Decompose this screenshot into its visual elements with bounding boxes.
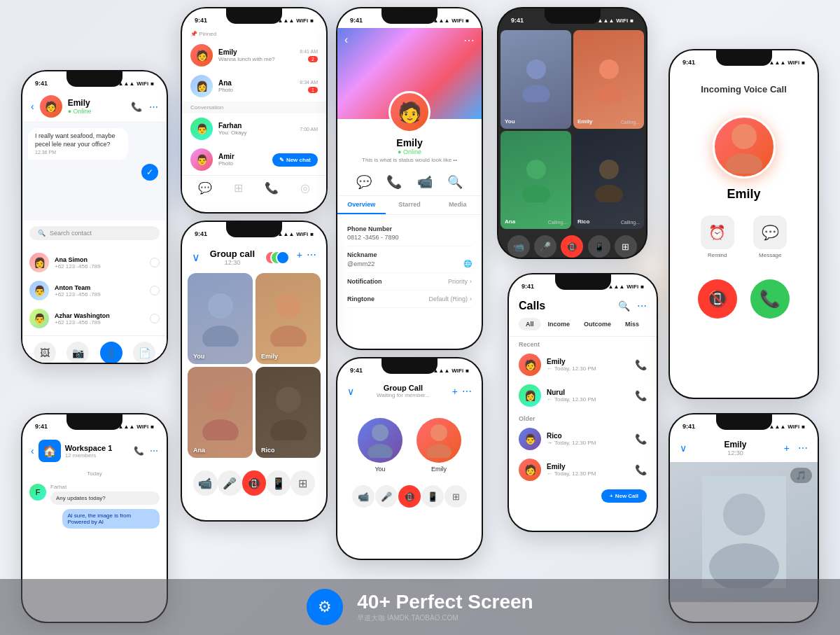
groups-nav[interactable]: ⊞ xyxy=(234,181,243,195)
collapse-button[interactable]: ∨ xyxy=(347,386,354,397)
more-button[interactable]: ⋯ xyxy=(798,442,808,454)
video-action[interactable]: 📹 xyxy=(417,174,433,190)
more-icon[interactable]: ⋯ xyxy=(637,300,647,312)
new-chat-button[interactable]: ✎ New chat xyxy=(272,153,318,167)
more-button[interactable]: ⋯ xyxy=(463,34,475,47)
back-button[interactable]: ‹ xyxy=(31,101,34,112)
call-record-emily-older[interactable]: 🧑 Emily ← Today, 12.30 PM 📞 xyxy=(509,454,657,485)
accept-button[interactable]: 📞 xyxy=(750,279,790,319)
mute-toggle[interactable]: 🎤 xyxy=(218,470,242,496)
calls-nav[interactable]: 📞 xyxy=(265,181,279,195)
profile-detail: Phone Number 0812 -3456 - 7890 Nickname … xyxy=(337,215,482,314)
contact-button[interactable]: 👤 Contact xyxy=(100,342,122,364)
filter-miss[interactable]: Miss xyxy=(618,318,646,330)
collapse-button[interactable]: ∨ xyxy=(680,442,687,454)
end-call-button[interactable]: 📵 xyxy=(561,235,583,258)
radio-button[interactable] xyxy=(150,314,160,323)
grid-view[interactable]: ⊞ xyxy=(290,470,315,496)
ringtone-value: Default (Ring) › xyxy=(428,295,472,302)
call-phone-icon[interactable]: 📞 xyxy=(635,464,647,475)
mute-toggle[interactable]: 🎤 xyxy=(375,485,398,508)
more-icon[interactable]: ⋯ xyxy=(150,446,158,456)
screen-share[interactable]: 📱 xyxy=(266,470,290,496)
screen-share[interactable]: 📱 xyxy=(421,485,444,508)
message-bubble-sent: Al sure, the image is from Powered by AI xyxy=(62,509,160,529)
message-label: Message xyxy=(759,252,781,258)
grid-view[interactable]: ⊞ xyxy=(615,235,637,258)
back-button[interactable]: ‹ xyxy=(344,34,348,46)
search-action[interactable]: 🔍 xyxy=(447,174,463,190)
workspace-chat: F Farhat Any updates today? Al sure, the… xyxy=(22,480,167,533)
chat-item-farhan[interactable]: 👨 Farhan You: Okayy 7:00 AM xyxy=(182,113,326,144)
remind-action[interactable]: ⏰ Remind xyxy=(701,216,734,258)
call-phone-icon[interactable]: 📞 xyxy=(635,390,647,401)
call-phone-icon[interactable]: 📞 xyxy=(635,433,647,445)
file-button[interactable]: 📄 File xyxy=(133,342,155,364)
notch xyxy=(226,222,282,237)
call-record-rico[interactable]: 👨 Rico → Today, 12.30 PM 📞 xyxy=(509,424,657,454)
video-toggle[interactable]: 📹 xyxy=(352,485,374,508)
contact-item-azhar[interactable]: 👨 Azhar Washington +62 123 -456 -789 xyxy=(22,305,167,333)
new-call-button[interactable]: + New Call xyxy=(601,489,647,503)
grid-view[interactable]: ⊞ xyxy=(444,485,467,508)
profile-desc: This is what is status would look like •… xyxy=(344,157,475,163)
add-button[interactable]: + xyxy=(452,386,458,397)
radio-button[interactable] xyxy=(150,286,160,295)
chat-avatar: 👨 xyxy=(190,118,213,140)
rico-label: Rico xyxy=(578,218,589,225)
chat-item-emily[interactable]: 🧑 Emily Wanna lunch with me? 8:41 AM 2 xyxy=(182,40,326,71)
participant-rico-label: Rico xyxy=(261,447,275,454)
collapse-button[interactable]: ∨ xyxy=(192,251,200,264)
filter-income[interactable]: Income xyxy=(541,318,578,330)
phone-icon[interactable]: 📞 xyxy=(131,102,142,112)
image-button[interactable]: 🖼 Image xyxy=(34,342,56,364)
edit-icon[interactable]: 🌐 xyxy=(463,260,472,267)
tab-media[interactable]: Media xyxy=(433,196,482,214)
mute-toggle[interactable]: 🎤 xyxy=(534,235,556,258)
add-button[interactable]: + xyxy=(784,442,790,454)
chat-name: Amir xyxy=(218,153,267,160)
screen-share[interactable]: 📱 xyxy=(588,235,610,258)
call-record-nurul[interactable]: 👩 Nurul ← Today, 12.30 PM 📞 xyxy=(509,380,657,411)
call-record-emily-recent[interactable]: 🧑 Emily ← Today, 12.30 PM 📞 xyxy=(509,349,657,380)
end-call-button[interactable]: 📵 xyxy=(398,485,421,508)
wifi-icon: WiFi xyxy=(136,424,148,430)
more-icon[interactable]: ⋯ xyxy=(149,102,158,112)
call-info: Nurul ← Today, 12.30 PM xyxy=(547,389,629,403)
decline-button[interactable]: 📵 xyxy=(698,279,737,319)
sent-indicator: ✓ xyxy=(141,164,158,181)
group-call-name: Group Call xyxy=(357,384,449,392)
video-toggle[interactable]: 📹 xyxy=(193,470,218,496)
svg-point-16 xyxy=(526,160,546,179)
search-icon[interactable]: 🔍 xyxy=(618,300,630,312)
filter-outcome[interactable]: Outcome xyxy=(577,318,618,330)
promo-content: 40+ Perfect Screen 早道大咖 IAMDK.TAOBAO.COM xyxy=(357,591,533,623)
chats-nav[interactable]: 💬 xyxy=(198,181,212,195)
back-button[interactable]: ‹ xyxy=(31,445,34,456)
chat-item-ana[interactable]: 👩 Ana Photo 8:34 AM 1 xyxy=(182,71,326,102)
nickname-label: Nickname xyxy=(347,251,472,258)
search-bar[interactable]: 🔍 Search contact xyxy=(29,226,160,240)
more-options-button[interactable]: ⋯ xyxy=(307,249,316,266)
time: 9:41 xyxy=(682,59,695,66)
message-action[interactable]: 💬 Message xyxy=(753,216,787,258)
tab-overview[interactable]: Overview xyxy=(337,196,386,214)
filter-all[interactable]: All xyxy=(519,318,541,330)
contact-item-ana[interactable]: 👩 Ana Simon +62 123 -456 -789 xyxy=(22,249,167,277)
call-phone-icon[interactable]: 📞 xyxy=(635,359,647,370)
more-button[interactable]: ⋯ xyxy=(462,386,472,397)
video-toggle[interactable]: 📹 xyxy=(507,235,530,258)
status-nav[interactable]: ◎ xyxy=(300,181,310,195)
chat-item-amir[interactable]: 👨 Amir Photo ✎ New chat xyxy=(182,144,326,175)
phone-icon[interactable]: 📞 xyxy=(134,446,144,456)
camera-button[interactable]: 📷 Camera xyxy=(66,342,89,364)
end-call-button[interactable]: 📵 xyxy=(242,470,267,496)
add-participant-button[interactable]: + xyxy=(297,249,302,266)
radio-button[interactable] xyxy=(150,258,160,267)
contact-item-anton[interactable]: 👨 Anton Team +62 123 -456 -789 xyxy=(22,277,167,305)
call-action[interactable]: 📞 xyxy=(386,174,402,190)
tab-starred[interactable]: Starred xyxy=(386,196,434,214)
message-action[interactable]: 💬 xyxy=(356,174,372,190)
plus-icon: + xyxy=(610,493,613,499)
wifi-icon: WiFi xyxy=(296,18,308,24)
